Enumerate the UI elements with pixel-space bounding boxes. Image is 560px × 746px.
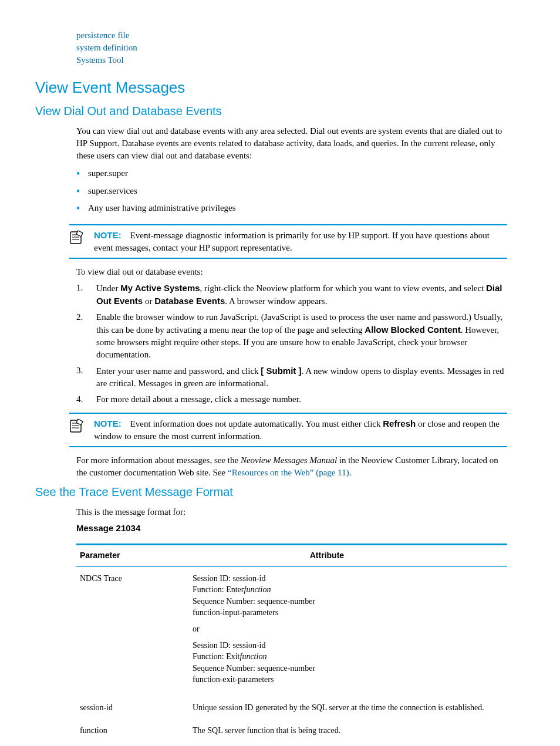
heading-trace-event-format: See the Trace Event Message Format <box>35 484 525 500</box>
intro-paragraph: You can view dial out and database event… <box>76 125 507 162</box>
note-text: Event-message diagnostic information is … <box>94 231 490 252</box>
params-table-body: NDCS Trace Session ID: session-id Functi… <box>76 567 507 743</box>
more-info-paragraph: For more information about messages, see… <box>76 454 507 479</box>
table-row: NDCS Trace Session ID: session-id Functi… <box>76 567 507 696</box>
note-text: Event information does not update automa… <box>94 419 500 441</box>
params-table: Parameter Attribute <box>76 545 507 566</box>
lead-sentence: To view dial out or database events: <box>76 266 507 278</box>
note-label: NOTE: <box>94 418 122 428</box>
format-intro: This is the message format for: <box>76 506 507 518</box>
list-item: super.services <box>88 183 507 200</box>
note-divider <box>69 258 507 259</box>
note-divider <box>69 224 507 225</box>
attr-cell: Session ID: session-id Function: Enterfu… <box>189 567 507 696</box>
table-header-attribute: Attribute <box>306 545 507 566</box>
table-row: function The SQL server function that is… <box>76 719 507 742</box>
list-item: super.super <box>88 166 507 183</box>
attr-cell: The SQL server function that is being tr… <box>189 719 507 742</box>
list-item: Any user having administrative privilege… <box>88 200 507 217</box>
attr-cell: Unique session ID generated by the SQL s… <box>189 696 507 720</box>
note-text <box>123 419 130 428</box>
param-cell: session-id <box>76 696 189 720</box>
link-resources-web[interactable]: “Resources on the Web” (page 11) <box>228 468 349 477</box>
step-number: 1. <box>76 282 96 308</box>
message-number: Message 21034 <box>76 522 507 534</box>
step-number: 3. <box>76 364 96 390</box>
user-list: super.super super.services Any user havi… <box>76 166 507 217</box>
note-label: NOTE: <box>94 230 122 240</box>
note-block: NOTE: Event-message diagnostic informati… <box>69 229 507 254</box>
note-divider <box>69 413 507 414</box>
note-icon <box>69 230 86 249</box>
link-persistence-file[interactable]: persistence file <box>76 31 129 40</box>
note-icon <box>69 418 86 437</box>
step-text: Enable the browser window to run JavaScr… <box>96 311 507 361</box>
param-cell: NDCS Trace <box>76 567 189 696</box>
table-row: session-id Unique session ID generated b… <box>76 696 507 720</box>
steps-list: 1. Under My Active Systems, right-click … <box>76 282 507 406</box>
step-text: Under My Active Systems, right-click the… <box>96 282 507 308</box>
link-systems-tool[interactable]: Systems Tool <box>76 55 124 65</box>
params-table-wrap: Parameter Attribute NDCS Trace Session I… <box>76 544 507 742</box>
table-header-parameter: Parameter <box>76 545 306 566</box>
top-links-block: persistence file system definition Syste… <box>76 29 507 66</box>
step-text: Enter your user name and password, and c… <box>96 364 507 390</box>
note-block: NOTE: Event information does not update … <box>69 417 507 443</box>
param-cell: function <box>76 719 189 742</box>
note-text <box>123 231 130 240</box>
link-system-definition[interactable]: system definition <box>76 43 137 52</box>
heading-view-dial-out: View Dial Out and Database Events <box>35 103 525 119</box>
note-divider <box>69 446 507 447</box>
step-text: For more detail about a message, click a… <box>96 393 507 406</box>
step-number: 4. <box>76 393 96 406</box>
step-number: 2. <box>76 311 96 361</box>
heading-view-event-messages: View Event Messages <box>35 77 525 98</box>
